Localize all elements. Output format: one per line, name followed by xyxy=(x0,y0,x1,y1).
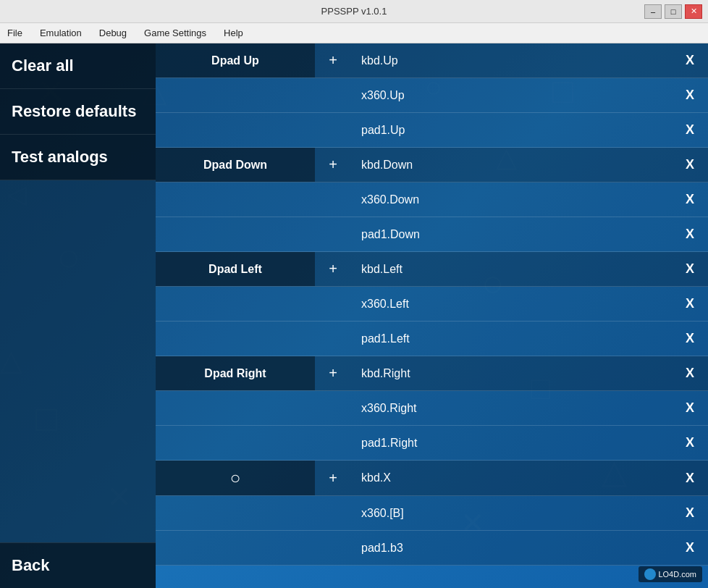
plus-icon: + xyxy=(315,365,351,382)
menu-emulation[interactable]: Emulation xyxy=(35,26,86,40)
table-row: Dpad Left + kbd.Left X xyxy=(156,252,708,287)
minimize-button[interactable]: – xyxy=(644,4,662,19)
remove-binding-button[interactable]: X xyxy=(672,366,708,381)
watermark-icon xyxy=(644,568,656,580)
remove-binding-button[interactable]: X xyxy=(672,471,708,486)
remove-binding-button[interactable]: X xyxy=(672,227,708,242)
remove-binding-button[interactable]: X xyxy=(672,331,708,346)
menu-file[interactable]: File xyxy=(3,26,27,40)
table-row: pad1.Left X xyxy=(156,322,708,356)
table-row: pad1.Up X xyxy=(156,113,708,148)
remove-binding-button[interactable]: X xyxy=(672,505,708,521)
plus-icon: + xyxy=(315,156,351,173)
binding-label: x360.Right xyxy=(351,395,672,422)
binding-label: x360.[B] xyxy=(351,500,672,527)
table-row: pad1.Right X xyxy=(156,426,708,461)
binding-label: pad1.Up xyxy=(351,117,672,144)
binding-label: kbd.Up xyxy=(351,47,672,75)
table-row: ○ + kbd.X X xyxy=(156,461,708,496)
left-panel: Clear all Restore defaults Test analogs … xyxy=(0,43,156,588)
plus-icon: + xyxy=(315,52,351,69)
remove-binding-button[interactable]: X xyxy=(672,296,708,311)
remove-binding-button[interactable]: X xyxy=(672,400,708,416)
test-analogs-button[interactable]: Test analogs xyxy=(0,135,156,180)
remove-binding-button[interactable]: X xyxy=(672,261,708,277)
restore-defaults-button[interactable]: Restore defaults xyxy=(0,89,156,135)
table-row: x360.[B] X xyxy=(156,496,708,531)
table-row: Dpad Up + kbd.Up X xyxy=(156,43,708,78)
remove-binding-button[interactable]: X xyxy=(672,435,708,450)
table-row: x360.Up X xyxy=(156,78,708,113)
clear-all-button[interactable]: Clear all xyxy=(0,43,156,89)
plus-icon: + xyxy=(315,261,351,277)
table-row: Dpad Down + kbd.Down X xyxy=(156,148,708,182)
menu-game-settings[interactable]: Game Settings xyxy=(140,26,211,40)
binding-label: pad1.b3 xyxy=(351,534,672,562)
key-bindings-table: Dpad Up + kbd.Up X x360.Up X pad1.Up X D… xyxy=(156,43,708,588)
binding-label: kbd.X xyxy=(351,464,672,492)
back-button[interactable]: Back xyxy=(0,542,156,588)
binding-label: pad1.Right xyxy=(351,429,672,457)
table-row: Dpad Right + kbd.Right X xyxy=(156,356,708,391)
binding-label: x360.Left xyxy=(351,290,672,318)
action-label: Dpad Up xyxy=(156,43,315,77)
menu-bar: File Emulation Debug Game Settings Help xyxy=(0,23,708,43)
remove-binding-button[interactable]: X xyxy=(672,192,708,207)
binding-label: pad1.Down xyxy=(351,221,672,248)
action-label: Dpad Left xyxy=(156,252,315,286)
binding-label: pad1.Left xyxy=(351,325,672,353)
action-circle-label: ○ xyxy=(156,461,315,495)
left-top-buttons: Clear all Restore defaults Test analogs xyxy=(0,43,156,180)
close-button[interactable]: ✕ xyxy=(685,4,702,19)
action-label: Dpad Down xyxy=(156,148,315,182)
table-row: x360.Right X xyxy=(156,391,708,426)
remove-binding-button[interactable]: X xyxy=(672,540,708,555)
watermark: LO4D.com xyxy=(639,566,702,582)
table-row: pad1.Down X xyxy=(156,217,708,252)
remove-binding-button[interactable]: X xyxy=(672,122,708,138)
menu-help[interactable]: Help xyxy=(219,26,248,40)
binding-label: kbd.Right xyxy=(351,360,672,387)
window-title: PPSSPP v1.0.1 xyxy=(321,6,387,17)
binding-label: kbd.Down xyxy=(351,151,672,179)
table-row: x360.Down X xyxy=(156,182,708,217)
title-bar: PPSSPP v1.0.1 – □ ✕ xyxy=(0,0,708,23)
remove-binding-button[interactable]: X xyxy=(672,157,708,172)
main-content: ✕ △ ○ □ ◁ ○ △ □ ✕ △ ○ □ △ ✕ Clear all Re… xyxy=(0,43,708,588)
table-row: x360.Left X xyxy=(156,287,708,322)
remove-binding-button[interactable]: X xyxy=(672,88,708,103)
remove-binding-button[interactable]: X xyxy=(672,53,708,68)
table-row: pad1.b3 X xyxy=(156,531,708,566)
window-controls: – □ ✕ xyxy=(644,4,702,19)
binding-label: x360.Down xyxy=(351,186,672,214)
binding-label: x360.Up xyxy=(351,82,672,109)
watermark-text: LO4D.com xyxy=(658,570,696,579)
binding-label: kbd.Left xyxy=(351,256,672,283)
menu-debug[interactable]: Debug xyxy=(95,26,131,40)
maximize-button[interactable]: □ xyxy=(665,4,682,19)
action-label: Dpad Right xyxy=(156,356,315,390)
plus-icon: + xyxy=(315,470,351,487)
